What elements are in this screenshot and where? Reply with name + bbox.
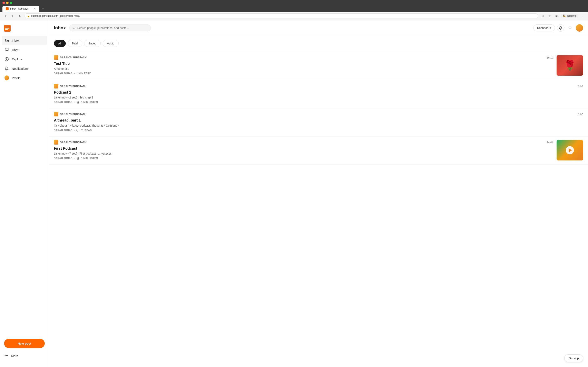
new-post-button[interactable]: New post [4, 339, 45, 348]
lock-icon: 🔒 [27, 15, 30, 17]
post-subtitle: Listen now (2 sec) | this is ep 2 [54, 96, 583, 99]
cast-icon[interactable]: ⊘ [540, 13, 545, 19]
sidebar-item-label-inbox: Inbox [12, 39, 19, 42]
minimize-window-button[interactable] [6, 2, 9, 4]
meta-separator: · [74, 157, 75, 160]
new-tab-button[interactable]: + [40, 6, 46, 12]
sidebar-logo[interactable] [0, 24, 49, 36]
main-content: Inbox Dashboard All Paid Saved [49, 20, 588, 367]
publication-name: SARAH'S SUBSTACK [60, 113, 87, 116]
sidebar-item-more[interactable]: ••• More [2, 351, 47, 360]
svg-rect-2 [5, 28, 9, 29]
address-bar[interactable]: 🔒 substack.com/inbox?utm_source=user-men… [25, 13, 538, 18]
incognito-badge[interactable]: 🕵 Incognito [561, 14, 579, 18]
post-read-time: 1 MIN READ [76, 72, 91, 75]
search-input[interactable] [77, 26, 147, 30]
sidebar-item-inbox[interactable]: Inbox [2, 36, 47, 45]
sidebar-nav: Inbox Chat Explore [0, 36, 49, 336]
user-avatar-button[interactable] [576, 24, 583, 32]
browser-menu-button[interactable]: ⋮ [580, 13, 586, 19]
post-time: 16:05 [576, 113, 583, 116]
sidebar-item-notifications[interactable]: Notifications [2, 64, 47, 73]
publication-name: SARAH'S SUBSTACK [60, 56, 87, 59]
tab-title: Inbox | Substack [10, 7, 28, 10]
sidebar-item-chat[interactable]: Chat [2, 45, 47, 54]
menu-icon [568, 26, 572, 30]
post-item[interactable]: SARAH'S SUBSTACK 16:05 A thread, part 1 … [49, 108, 588, 136]
thread-icon: 💬 [76, 129, 79, 132]
bell-icon [559, 26, 562, 30]
content-area: All Paid Saved Audio SARAH'S SUBSTACK 16… [49, 36, 588, 367]
back-button[interactable]: ‹ [2, 13, 8, 19]
search-icon [73, 26, 76, 30]
sidebar-item-label-notifications: Notifications [12, 67, 29, 70]
filter-all-button[interactable]: All [54, 40, 66, 47]
more-label: More [11, 354, 18, 358]
publication-avatar [54, 84, 58, 89]
post-pub-row: SARAH'S SUBSTACK 16:08 [54, 84, 583, 89]
active-tab[interactable]: Inbox | Substack ✕ [2, 6, 39, 12]
url-text: substack.com/inbox?utm_source=user-menu [31, 15, 80, 17]
title-bar [0, 0, 588, 6]
get-app-button[interactable]: Get app [564, 354, 583, 362]
traffic-lights [2, 2, 12, 4]
forward-button[interactable]: › [10, 13, 16, 19]
incognito-icon: 🕵 [563, 15, 566, 17]
post-pub-row: SARAH'S SUBSTACK 14:44 [54, 140, 553, 145]
post-content: SARAH'S SUBSTACK 16:05 A thread, part 1 … [54, 112, 583, 132]
main-header: Inbox Dashboard [49, 20, 588, 36]
post-time: 14:44 [546, 141, 553, 144]
more-dots-icon: ••• [4, 354, 8, 358]
post-meta: SARAH JONAS · 1 MIN READ [54, 72, 553, 75]
meta-separator: · [74, 129, 75, 132]
tab-bar: Inbox | Substack ✕ + [0, 6, 588, 12]
hamburger-menu-button[interactable] [566, 24, 574, 32]
substack-logo-icon [4, 25, 11, 32]
post-read-time: 1 MIN LISTEN [81, 157, 98, 160]
post-content: SARAH'S SUBSTACK 14:44 First Podcast Lis… [54, 140, 553, 160]
post-subtitle: Another title [54, 67, 553, 70]
post-author: SARAH JONAS [54, 101, 72, 104]
post-pub-info: SARAH'S SUBSTACK [54, 112, 87, 117]
sidebar-item-explore[interactable]: Explore [2, 54, 47, 64]
maximize-window-button[interactable] [10, 2, 12, 4]
app: Inbox Chat Explore [0, 20, 588, 367]
search-bar[interactable] [69, 25, 151, 31]
notifications-bell-button[interactable] [557, 24, 564, 32]
filter-bar: All Paid Saved Audio [49, 36, 588, 51]
post-meta: SARAH JONAS · 🎧 1 MIN LISTEN [54, 157, 553, 160]
filter-saved-button[interactable]: Saved [84, 40, 101, 47]
post-pub-row: SARAH'S SUBSTACK 16:10 [54, 55, 553, 60]
page-title: Inbox [54, 25, 66, 31]
profile-avatar-icon [4, 76, 9, 80]
dashboard-button[interactable]: Dashboard [533, 25, 555, 31]
toolbar-icons: ⊘ ☆ ▣ 🕵 Incognito ⋮ [540, 13, 586, 19]
sidebar-item-profile[interactable]: Profile [2, 73, 47, 83]
publication-avatar [54, 55, 58, 60]
header-actions: Dashboard [533, 24, 583, 32]
post-pub-info: SARAH'S SUBSTACK [54, 55, 87, 60]
inbox-icon [4, 38, 9, 43]
post-title: First Podcast [54, 146, 553, 151]
post-read-time: 1 MIN LISTEN [81, 101, 98, 104]
post-subtitle: Listen now (7 sec) | First podcast .....… [54, 152, 553, 155]
meta-separator: · [74, 72, 75, 75]
publication-name: SARAH'S SUBSTACK [60, 141, 87, 144]
sidebar-toggle-icon[interactable]: ▣ [554, 13, 559, 19]
notifications-icon [4, 66, 9, 71]
chat-icon [4, 48, 9, 52]
refresh-button[interactable]: ↻ [17, 13, 23, 19]
post-item[interactable]: SARAH'S SUBSTACK 14:44 First Podcast Lis… [49, 136, 588, 165]
post-author: SARAH JONAS [54, 72, 72, 75]
post-item[interactable]: SARAH'S SUBSTACK 16:10 Test Title Anothe… [49, 51, 588, 80]
filter-paid-button[interactable]: Paid [68, 40, 82, 47]
svg-point-6 [73, 27, 75, 29]
explore-icon [4, 57, 9, 61]
play-triangle-icon [569, 148, 572, 152]
filter-audio-button[interactable]: Audio [103, 40, 119, 47]
bookmark-icon[interactable]: ☆ [547, 13, 553, 19]
tab-close-button[interactable]: ✕ [33, 7, 36, 10]
close-window-button[interactable] [2, 2, 5, 4]
publication-avatar [54, 140, 58, 145]
post-item[interactable]: SARAH'S SUBSTACK 16:08 Podcast 2 Listen … [49, 80, 588, 108]
